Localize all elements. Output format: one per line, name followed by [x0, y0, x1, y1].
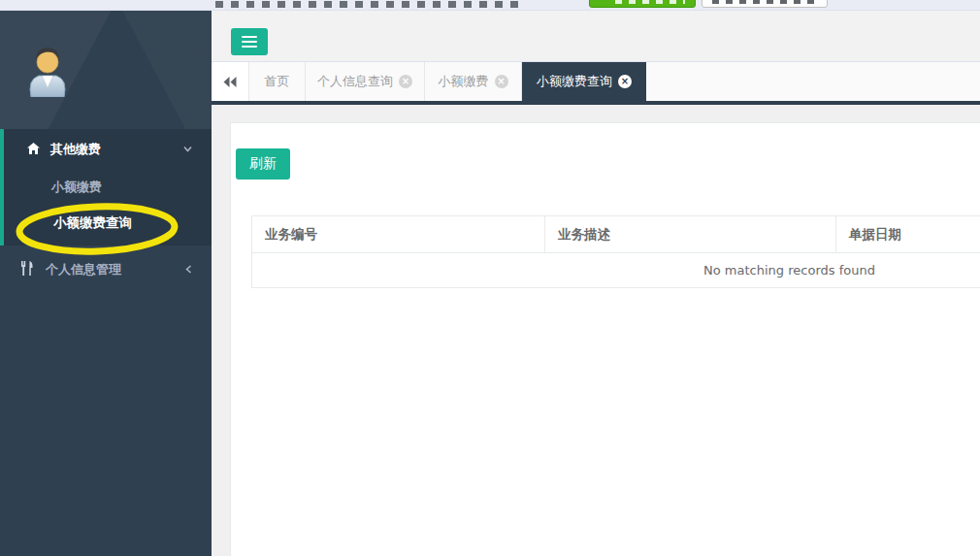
- green-action-button-partial[interactable]: [589, 0, 696, 8]
- tab-micro-payment-query-active[interactable]: 小额缴费查询 ×: [522, 62, 646, 101]
- sidebar-item-micro-payment-query[interactable]: 小额缴费查询: [53, 213, 132, 232]
- sidebar-item-other-payments[interactable]: 其他缴费: [4, 135, 212, 164]
- sidebar-item-label: 个人信息管理: [46, 261, 121, 278]
- table-header-row: 业务编号 业务描述 单据日期: [252, 216, 980, 253]
- home-icon: [27, 143, 40, 154]
- tab-home[interactable]: 首页: [249, 62, 306, 101]
- empty-row: No matching records found: [252, 253, 980, 288]
- top-toolbar: [212, 11, 980, 61]
- column-header-business-no: 业务编号: [252, 216, 545, 253]
- double-chevron-left-icon: [223, 77, 237, 87]
- column-header-business-desc: 业务描述: [545, 216, 836, 253]
- tab-personal-info-query[interactable]: 个人信息查询 ×: [306, 62, 425, 101]
- tab-close-icon[interactable]: ×: [495, 75, 508, 88]
- menu-toggle-button[interactable]: [231, 28, 268, 55]
- chevron-left-icon: [185, 265, 192, 274]
- secondary-dropdown-button-partial[interactable]: [702, 0, 828, 8]
- column-header-document-date: 单据日期: [836, 216, 980, 253]
- hamburger-icon: [242, 36, 257, 48]
- chevron-down-icon: [183, 146, 192, 152]
- sidebar: 其他缴费 小额缴费 小额缴费查询 个人信息管理: [0, 11, 212, 556]
- sidebar-item-label: 其他缴费: [50, 141, 101, 158]
- topbar: [0, 0, 980, 11]
- tab-close-icon[interactable]: ×: [618, 75, 632, 88]
- utensils-icon: [21, 261, 34, 276]
- tab-label: 小额缴费: [439, 73, 489, 90]
- tab-close-icon[interactable]: ×: [399, 75, 412, 88]
- collapse-tabs-button[interactable]: [212, 62, 249, 101]
- tab-bar: 首页 个人信息查询 × 小额缴费 × 小额缴费查询 ×: [212, 61, 980, 101]
- user-avatar: [25, 45, 70, 97]
- empty-message: No matching records found: [252, 253, 980, 288]
- results-table-wrapper: 业务编号 业务描述 单据日期 No matching records found: [251, 215, 980, 288]
- sidebar-active-section: 其他缴费 小额缴费 小额缴费查询: [0, 129, 212, 245]
- results-table: 业务编号 业务描述 单据日期 No matching records found: [251, 215, 980, 288]
- tab-label: 小额缴费查询: [537, 73, 612, 90]
- tab-label: 个人信息查询: [317, 73, 393, 90]
- sidebar-item-personal-info-mgmt[interactable]: 个人信息管理: [0, 255, 212, 286]
- sidebar-item-micro-payment[interactable]: 小额缴费: [51, 178, 102, 197]
- main-area: 首页 个人信息查询 × 小额缴费 × 小额缴费查询 × 刷新 业务编号: [212, 11, 980, 556]
- content-background: 刷新 业务编号 业务描述 单据日期 No matching records fo…: [212, 105, 980, 556]
- clipped-page-title-text: [215, 1, 524, 8]
- tab-label: 首页: [265, 73, 290, 90]
- content-panel: 刷新 业务编号 业务描述 单据日期 No matching records fo…: [230, 122, 980, 556]
- tab-micro-payment[interactable]: 小额缴费 ×: [425, 62, 522, 101]
- refresh-button[interactable]: 刷新: [236, 148, 290, 180]
